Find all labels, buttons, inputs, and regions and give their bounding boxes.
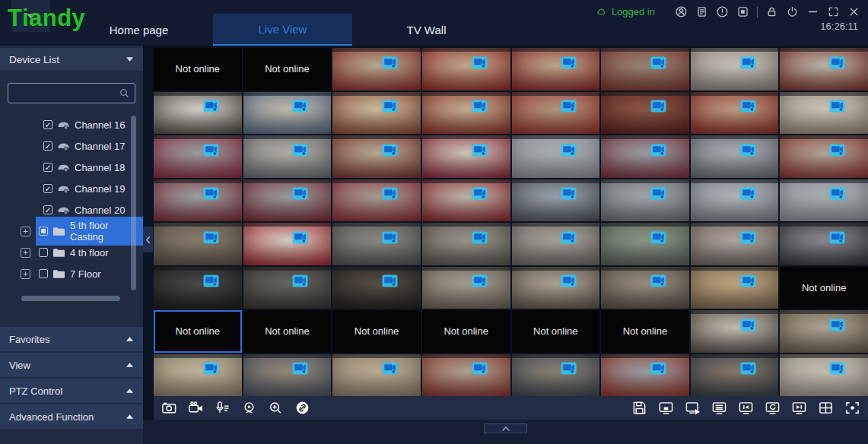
- close-icon[interactable]: [847, 5, 860, 18]
- tree-horizontal-scrollbar[interactable]: [21, 296, 120, 301]
- video-tile-35[interactable]: [332, 223, 421, 265]
- video-tile-7[interactable]: [691, 48, 779, 90]
- video-tile-32[interactable]: [780, 179, 868, 222]
- video-tile-38[interactable]: [601, 223, 689, 265]
- video-tile-16[interactable]: [780, 92, 868, 135]
- video-tile-22[interactable]: [601, 135, 689, 178]
- search-input[interactable]: [8, 84, 135, 103]
- video-tile-2[interactable]: Not online: [243, 48, 332, 90]
- video-tile-37[interactable]: [512, 223, 600, 265]
- video-tile-21[interactable]: [512, 135, 600, 178]
- video-tile-57[interactable]: [154, 354, 242, 397]
- expand-icon[interactable]: +: [21, 227, 30, 236]
- video-tile-51[interactable]: Not online: [332, 310, 421, 353]
- video-tile-52[interactable]: Not online: [422, 310, 510, 353]
- video-tile-40[interactable]: [780, 223, 868, 265]
- single-screen-icon[interactable]: [658, 401, 674, 415]
- channel-checkbox[interactable]: ✓: [43, 163, 52, 172]
- minimize-icon[interactable]: [806, 5, 819, 18]
- video-tile-4[interactable]: [422, 48, 510, 90]
- video-tile-64[interactable]: [780, 354, 868, 397]
- video-tile-12[interactable]: [422, 92, 510, 135]
- stream-link-icon[interactable]: [294, 401, 310, 415]
- video-tile-8[interactable]: [780, 48, 868, 90]
- toolbar-collapse-button[interactable]: [484, 423, 527, 433]
- video-tile-48[interactable]: Not online: [780, 267, 868, 309]
- video-tile-25[interactable]: [154, 179, 242, 222]
- tree-channel-channel-19[interactable]: ✓Channel 19: [0, 178, 143, 199]
- video-tile-43[interactable]: [332, 267, 421, 309]
- video-tile-45[interactable]: [512, 267, 600, 309]
- video-tile-3[interactable]: [332, 48, 421, 90]
- tree-channel-channel-16[interactable]: ✓Channel 16: [0, 114, 143, 135]
- digital-zoom-icon[interactable]: [268, 401, 284, 415]
- video-tile-55[interactable]: [691, 310, 779, 353]
- video-tile-31[interactable]: [691, 179, 779, 222]
- video-tile-5[interactable]: [512, 48, 600, 90]
- folder-checkbox[interactable]: [39, 227, 48, 236]
- save-icon[interactable]: [631, 401, 647, 415]
- video-tile-41[interactable]: [154, 267, 242, 309]
- video-tile-36[interactable]: [422, 223, 510, 265]
- screen-play-icon[interactable]: [685, 401, 701, 415]
- fullscreen-icon[interactable]: [844, 401, 860, 415]
- video-tile-11[interactable]: [332, 92, 421, 135]
- video-tile-33[interactable]: [154, 223, 242, 265]
- lock-icon[interactable]: [765, 5, 778, 18]
- video-tile-54[interactable]: Not online: [601, 310, 689, 353]
- video-tile-42[interactable]: [243, 267, 332, 309]
- search-icon[interactable]: [119, 87, 130, 99]
- video-tile-19[interactable]: [332, 135, 421, 178]
- next-page-icon[interactable]: [791, 401, 807, 415]
- folder-row[interactable]: 4 th floor: [36, 244, 115, 262]
- video-tile-62[interactable]: [601, 354, 689, 397]
- expand-icon[interactable]: +: [21, 269, 30, 279]
- channel-checkbox[interactable]: ✓: [43, 120, 52, 129]
- sidebar-collapse-handle[interactable]: [143, 227, 153, 252]
- video-tile-20[interactable]: [422, 135, 510, 178]
- video-tile-30[interactable]: [601, 179, 689, 222]
- video-tile-63[interactable]: [691, 354, 779, 397]
- video-tile-13[interactable]: [512, 92, 600, 135]
- auto-cycle-icon[interactable]: [765, 401, 781, 415]
- video-tile-44[interactable]: [422, 267, 510, 309]
- expand-icon[interactable]: +: [21, 248, 30, 258]
- video-tile-34[interactable]: [243, 223, 332, 265]
- tree-folder-5-th-floor-casting[interactable]: +5 th floor Casting: [0, 220, 143, 242]
- folder-row[interactable]: 5 th floor Casting: [36, 217, 143, 246]
- prev-page-icon[interactable]: [738, 401, 754, 415]
- video-tile-49[interactable]: Not online: [154, 310, 242, 353]
- tab-live-view[interactable]: Live View: [213, 14, 352, 46]
- video-tile-24[interactable]: [780, 135, 868, 178]
- channel-checkbox[interactable]: ✓: [43, 141, 52, 151]
- video-tile-61[interactable]: [512, 354, 600, 397]
- folder-row[interactable]: 7 Floor: [36, 265, 107, 283]
- record-icon[interactable]: [188, 401, 204, 415]
- section-favorites[interactable]: Favorites: [0, 327, 143, 351]
- video-tile-60[interactable]: [422, 354, 510, 397]
- tab-tv-wall[interactable]: TV Wall: [352, 14, 501, 46]
- video-tile-26[interactable]: [243, 179, 332, 222]
- channel-checkbox[interactable]: ✓: [43, 205, 52, 214]
- video-tile-50[interactable]: Not online: [243, 310, 332, 353]
- section-view[interactable]: View: [0, 353, 143, 377]
- talk-icon[interactable]: [215, 401, 231, 415]
- stop-icon[interactable]: [736, 5, 749, 18]
- video-tile-53[interactable]: Not online: [512, 310, 600, 353]
- video-tile-58[interactable]: [243, 354, 332, 397]
- tree-channel-channel-17[interactable]: ✓Channel 17: [0, 135, 143, 157]
- maximize-icon[interactable]: [827, 5, 840, 18]
- video-tile-46[interactable]: [601, 267, 689, 309]
- tree-channel-channel-18[interactable]: ✓Channel 18: [0, 157, 143, 178]
- video-tile-10[interactable]: [243, 92, 332, 135]
- tab-home-page[interactable]: Home page: [65, 14, 213, 46]
- event-log-icon[interactable]: [695, 5, 708, 18]
- folder-checkbox[interactable]: [39, 269, 48, 278]
- split-grid-icon[interactable]: [818, 401, 834, 415]
- video-tile-9[interactable]: [154, 92, 242, 135]
- video-tile-1[interactable]: Not online: [154, 48, 242, 90]
- tree-vertical-scrollbar[interactable]: [131, 116, 136, 290]
- video-tile-17[interactable]: [154, 135, 242, 178]
- video-tile-6[interactable]: [601, 48, 689, 90]
- video-tile-39[interactable]: [691, 223, 779, 265]
